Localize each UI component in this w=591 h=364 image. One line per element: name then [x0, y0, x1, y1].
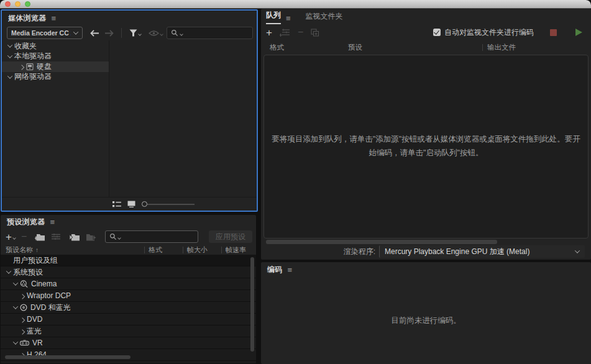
disc-icon	[20, 304, 27, 311]
queue-toolbar: + − 自动对监视文件夹进行编码	[261, 24, 591, 40]
new-group-folder-icon[interactable]	[35, 233, 45, 241]
horizontal-scrollbar[interactable]	[266, 240, 497, 244]
add-output-icon[interactable]	[280, 29, 290, 37]
back-arrow-button[interactable]	[90, 30, 99, 37]
column-label: 预设名称	[6, 245, 33, 255]
queue-empty-message: 要将项目添加到队列，请单击"添加源"按钮或者从媒体浏览器或桌面将文件拖到此处。要…	[269, 133, 583, 160]
preset-search-input[interactable]	[105, 230, 198, 243]
import-preset-icon[interactable]	[69, 233, 80, 241]
preset-tree-item[interactable]: 蓝光	[1, 325, 256, 337]
close-window-button[interactable]	[5, 1, 11, 7]
minimize-window-button[interactable]	[15, 1, 21, 7]
column-output-file[interactable]: 输出文件	[487, 43, 516, 52]
encoding-empty-message: 目前尚未进行编码。	[391, 316, 461, 326]
chevron-right-icon[interactable]	[18, 293, 27, 299]
media-search-input[interactable]	[167, 27, 253, 39]
zoom-window-button[interactable]	[25, 1, 30, 7]
chevron-down-icon	[574, 248, 580, 255]
search-icon	[109, 233, 117, 240]
tab-queue[interactable]: 队列	[266, 7, 281, 24]
column-format[interactable]: 格式	[270, 43, 284, 52]
tree-item-label: Cinema	[31, 280, 57, 288]
apply-preset-button[interactable]: 应用预设	[209, 230, 252, 243]
tree-item-label: 收藏夹	[14, 41, 37, 52]
renderer-row: 渲染程序: Mercury Playback Engine GPU 加速 (Me…	[261, 245, 591, 260]
preset-tree-item[interactable]: VR	[1, 337, 256, 349]
tree-item-label: 蓝光	[27, 326, 42, 337]
encoding-header: 编码 ≡	[261, 262, 591, 277]
queue-panel: 队列 ≡ 监视文件夹 + − 自动对监视文件夹进行编码 格式 预设 输出文件 要…	[261, 9, 591, 260]
chevron-down-icon[interactable]	[6, 53, 14, 60]
queue-drop-area[interactable]: 要将项目添加到队列，请单击"添加源"按钮或者从媒体浏览器或桌面将文件拖到此处。要…	[263, 55, 589, 239]
checkbox-checked-icon[interactable]	[433, 29, 441, 36]
column-frame-size[interactable]: 帧大小	[183, 245, 221, 255]
media-tree-item[interactable]: 网络驱动器	[2, 72, 109, 83]
preset-tree-item[interactable]: 系统预设	[1, 266, 256, 278]
media-content-pane[interactable]	[109, 40, 257, 197]
chevron-down-icon[interactable]	[11, 340, 20, 346]
media-tree-item[interactable]: 收藏夹	[2, 41, 109, 52]
preset-browser-panel: 预设浏览器 ≡ + − 应用预设 预设名称 ↑ 格式 帧大小 帧速率 用户预设及…	[1, 215, 256, 363]
vertical-scrollbar[interactable]	[250, 257, 254, 352]
add-preset-icon[interactable]: +	[6, 232, 16, 242]
column-label: 帧速率	[226, 245, 246, 255]
media-browser-header: 媒体浏览器 ≡	[2, 11, 257, 25]
source-dropdown[interactable]: Media Encoder CC 201…	[7, 27, 83, 39]
panel-menu-icon[interactable]: ≡	[288, 266, 293, 274]
slider-track	[147, 204, 195, 205]
filter-icon[interactable]	[129, 29, 141, 37]
horizontal-scrollbar[interactable]	[5, 355, 131, 359]
stop-queue-button[interactable]	[550, 29, 557, 36]
chevron-right-icon[interactable]	[18, 316, 27, 322]
preset-column-headers: 预设名称 ↑ 格式 帧大小 帧速率	[1, 245, 256, 255]
panel-menu-icon[interactable]: ≡	[286, 14, 291, 24]
preset-tree-item[interactable]: Wraptor DCP	[1, 290, 256, 302]
thumbnail-view-icon[interactable]	[127, 201, 135, 207]
media-tree-item[interactable]: 本地驱动器	[2, 52, 109, 62]
tree-item-label: DVD	[27, 315, 42, 324]
preset-tree-item[interactable]: DVD 和蓝光	[1, 302, 256, 314]
auto-encode-toggle[interactable]: 自动对监视文件夹进行编码	[433, 27, 534, 38]
tree-item-label: Wraptor DCP	[27, 291, 71, 300]
renderer-dropdown[interactable]: Mercury Playback Engine GPU 加速 (Metal)	[379, 245, 585, 258]
export-preset-icon[interactable]	[86, 233, 97, 241]
thumbnail-size-slider[interactable]	[142, 201, 195, 207]
column-label: 帧大小	[187, 245, 208, 255]
preset-tree-item[interactable]: 用户预设及组	[1, 255, 256, 266]
chevron-down-icon[interactable]	[11, 304, 20, 311]
remove-source-button[interactable]: −	[298, 27, 303, 37]
chevron-down-icon[interactable]	[11, 281, 20, 287]
add-source-button[interactable]: +	[266, 27, 272, 38]
column-frame-rate[interactable]: 帧速率	[221, 245, 256, 255]
vr-icon	[20, 340, 29, 347]
chevron-down-icon[interactable]	[4, 269, 13, 275]
window-titlebar	[0, 0, 591, 9]
chevron-right-icon[interactable]	[17, 63, 26, 70]
sort-ascending-icon: ↑	[35, 247, 39, 253]
forward-arrow-button[interactable]	[104, 30, 114, 37]
column-format[interactable]: 格式	[144, 245, 183, 255]
preset-tree-item[interactable]: Cinema	[1, 278, 256, 290]
renderer-dropdown-value: Mercury Playback Engine GPU 加速 (Metal)	[385, 247, 570, 257]
chevron-down-icon[interactable]	[6, 43, 14, 49]
duplicate-button[interactable]	[311, 29, 319, 37]
eye-icon[interactable]	[149, 30, 163, 37]
preset-settings-icon[interactable]	[51, 233, 61, 240]
tab-watch-folders[interactable]: 监视文件夹	[306, 9, 343, 24]
chevron-down-icon[interactable]	[6, 74, 14, 80]
panel-menu-icon[interactable]: ≡	[50, 218, 55, 226]
preset-tree-item[interactable]: DVD	[1, 314, 256, 325]
column-preset-name[interactable]: 预设名称 ↑	[6, 245, 144, 255]
panel-menu-icon[interactable]: ≡	[52, 14, 57, 22]
slider-knob[interactable]	[142, 201, 147, 207]
panel-title: 编码	[267, 265, 283, 275]
drive-icon	[26, 63, 34, 70]
remove-preset-icon[interactable]: −	[21, 232, 27, 242]
chevron-right-icon[interactable]	[18, 328, 27, 334]
column-preset[interactable]: 预设	[348, 43, 362, 52]
list-view-icon[interactable]	[112, 201, 121, 207]
search-icon	[171, 29, 178, 37]
start-queue-button[interactable]	[575, 29, 582, 36]
media-tree-item[interactable]: 硬盘	[2, 61, 109, 72]
media-folder-tree: 收藏夹本地驱动器硬盘网络驱动器	[2, 40, 109, 197]
